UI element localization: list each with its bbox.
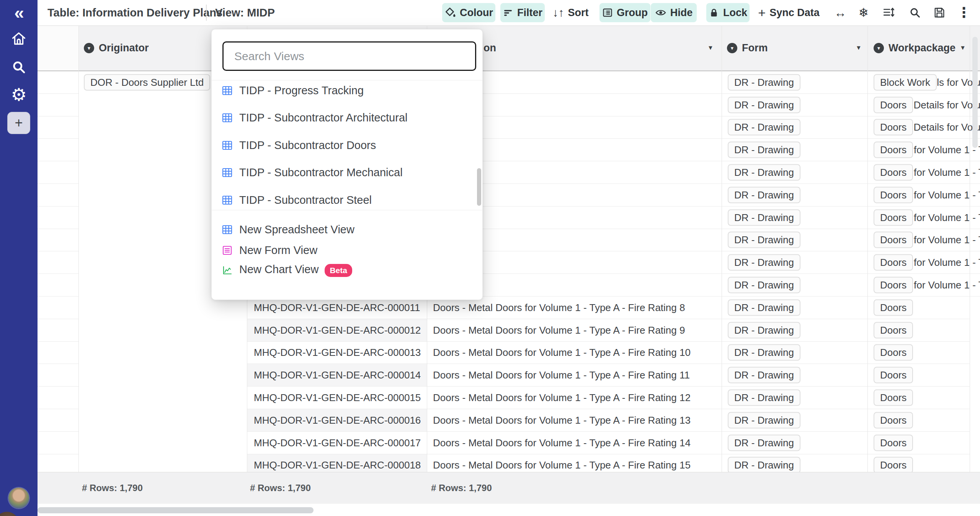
form-cell[interactable]: DR - Drawing xyxy=(722,387,867,409)
workpackage-chip[interactable]: Doors xyxy=(874,434,913,451)
form-chip[interactable]: DR - Drawing xyxy=(728,390,800,406)
form-chip[interactable]: DR - Drawing xyxy=(728,412,800,428)
row-gutter-cell[interactable] xyxy=(38,296,78,319)
workpackage-chip[interactable]: Doors xyxy=(874,322,913,338)
form-chip[interactable]: DR - Drawing xyxy=(728,209,800,226)
description-cell[interactable]: Doors - Metal Doors for Volume 1 - Type … xyxy=(427,364,722,387)
table-row[interactable]: al Doors for Volume 1 - Type A - Fire Ra… xyxy=(38,161,980,184)
workpackage-cell[interactable]: Doors xyxy=(867,319,970,342)
workpackage-cell[interactable]: Doors xyxy=(867,454,970,472)
table-row[interactable]: MHQ-DOR-V1-GEN-DE-ARC-000017Doors - Meta… xyxy=(38,432,980,454)
table-row[interactable]: MHQ-DOR-V1-GEN-DE-ARC-000011Doors - Meta… xyxy=(38,296,980,319)
document-id-cell[interactable]: MHQ-DOR-V1-GEN-DE-ARC-000015 xyxy=(247,387,427,409)
view-title[interactable]: View: MIDP xyxy=(215,0,275,25)
workpackage-chip[interactable]: Doors xyxy=(874,142,913,158)
workpackage-cell[interactable]: Doors xyxy=(867,184,970,206)
document-id-cell[interactable]: MHQ-DOR-V1-GEN-DE-ARC-000012 xyxy=(247,319,427,342)
workpackage-chip[interactable]: Doors xyxy=(874,209,913,226)
colour-button[interactable]: Colour xyxy=(442,3,495,22)
description-cell[interactable]: Doors - Metal Doors for Volume 1 - Type … xyxy=(427,432,722,454)
table-row[interactable]: al Doors for Volume 1 - Type A - Fire Ra… xyxy=(38,139,980,161)
table-row[interactable]: al Doors for Volume 1 - Type A - Fire Ra… xyxy=(38,206,980,229)
workpackage-cell[interactable]: Doors xyxy=(867,432,970,454)
view-list-item[interactable]: TIDP - Progress Tracking xyxy=(212,78,477,103)
description-cell[interactable]: Doors - Metal Doors for Volume 1 - Type … xyxy=(427,387,722,409)
form-chip[interactable]: DR - Drawing xyxy=(728,277,800,293)
form-chip[interactable]: DR - Drawing xyxy=(728,434,800,451)
workpackage-cell[interactable]: Doors xyxy=(867,94,970,116)
column-menu-caret[interactable]: ▼ xyxy=(707,25,714,70)
form-cell[interactable]: DR - Drawing xyxy=(722,161,867,184)
form-cell[interactable]: DR - Drawing xyxy=(722,71,867,94)
column-header-workpackage[interactable]: ▼ Workpackage xyxy=(874,25,956,70)
form-cell[interactable]: DR - Drawing xyxy=(722,116,867,139)
sync-data-button[interactable]: + Sync Data xyxy=(757,3,820,22)
search-views-input[interactable] xyxy=(222,41,476,71)
panel-scrollbar[interactable] xyxy=(477,168,481,206)
workpackage-chip[interactable]: Doors xyxy=(874,390,913,406)
form-cell[interactable]: DR - Drawing xyxy=(722,251,867,274)
description-cell[interactable]: Doors - Metal Doors for Volume 1 - Type … xyxy=(427,342,722,364)
lock-button[interactable]: Lock xyxy=(706,3,750,22)
table-row[interactable]: al Doors for Volume 1 - Type A - Fire Ra… xyxy=(38,274,980,296)
table-row[interactable]: MHQ-DOR-V1-GEN-DE-ARC-000013Doors - Meta… xyxy=(38,342,980,364)
workpackage-chip[interactable]: Doors xyxy=(874,299,913,316)
row-gutter-cell[interactable] xyxy=(38,342,78,364)
originator-cell[interactable] xyxy=(78,409,247,432)
document-id-cell[interactable]: MHQ-DOR-V1-GEN-DE-ARC-000017 xyxy=(247,432,427,454)
workpackage-cell[interactable]: Doors xyxy=(867,296,970,319)
row-gutter-cell[interactable] xyxy=(38,432,78,454)
form-cell[interactable]: DR - Drawing xyxy=(722,454,867,472)
form-chip[interactable]: DR - Drawing xyxy=(728,119,800,136)
workpackage-chip[interactable]: Doors xyxy=(874,412,913,428)
originator-chip[interactable]: DOR - Doors Supplier Ltd xyxy=(84,74,210,91)
vertical-scrollbar[interactable] xyxy=(972,37,978,148)
row-gutter-cell[interactable] xyxy=(38,387,78,409)
row-gutter-cell[interactable] xyxy=(38,454,78,472)
column-header-description[interactable]: on xyxy=(483,25,496,70)
form-chip[interactable]: DR - Drawing xyxy=(728,97,800,113)
table-row[interactable]: MHQ-DOR-V1-GEN-DE-ARC-000015Doors - Meta… xyxy=(38,387,980,409)
row-gutter-cell[interactable] xyxy=(38,229,78,252)
view-list-item[interactable]: TIDP - Subcontractor Steel xyxy=(212,187,477,213)
row-gutter-cell[interactable] xyxy=(38,251,78,274)
table-row[interactable]: r Typical Details for Volume 2DR - Drawi… xyxy=(38,94,980,116)
originator-cell[interactable] xyxy=(78,454,247,472)
form-chip[interactable]: DR - Drawing xyxy=(728,254,800,271)
kebab-menu-icon[interactable]: ⋮ xyxy=(956,3,972,22)
form-cell[interactable]: DR - Drawing xyxy=(722,409,867,432)
form-cell[interactable]: DR - Drawing xyxy=(722,184,867,206)
new-chart-view-item[interactable]: New Chart ViewBeta xyxy=(212,260,477,280)
row-gutter-cell[interactable] xyxy=(38,364,78,387)
row-gutter-cell[interactable] xyxy=(38,139,78,161)
view-list-item[interactable]: TIDP - Subcontractor Architectural xyxy=(212,105,477,131)
row-gutter-cell[interactable] xyxy=(38,71,78,94)
row-gutter-cell[interactable] xyxy=(38,206,78,229)
workpackage-chip[interactable]: Doors xyxy=(874,457,913,472)
row-gutter-cell[interactable] xyxy=(38,274,78,296)
resize-columns-icon[interactable]: ↔ xyxy=(832,3,849,22)
table-row[interactable]: r Typical Details for Volume 3DR - Drawi… xyxy=(38,116,980,139)
table-row[interactable]: al Doors for Volume 1 - Type A - Fire Ra… xyxy=(38,251,980,274)
save-icon[interactable] xyxy=(931,3,948,22)
row-gutter-cell[interactable] xyxy=(38,319,78,342)
workpackage-cell[interactable]: Doors xyxy=(867,364,970,387)
workpackage-chip[interactable]: Doors xyxy=(874,119,913,136)
search-sidebar-icon[interactable] xyxy=(0,57,38,77)
workpackage-cell[interactable]: Doors xyxy=(867,116,970,139)
group-button[interactable]: Group xyxy=(599,3,650,22)
form-cell[interactable]: DR - Drawing xyxy=(722,296,867,319)
form-cell[interactable]: DR - Drawing xyxy=(722,274,867,296)
workpackage-cell[interactable]: Doors xyxy=(867,206,970,229)
description-cell[interactable]: Doors - Metal Doors for Volume 1 - Type … xyxy=(427,319,722,342)
description-cell[interactable]: Doors - Metal Doors for Volume 1 - Type … xyxy=(427,454,722,472)
workpackage-cell[interactable]: Block Work xyxy=(867,71,970,94)
freeze-icon[interactable]: ❄ xyxy=(855,3,872,22)
form-chip[interactable]: DR - Drawing xyxy=(728,457,800,472)
column-header-originator[interactable]: ▼ Originator xyxy=(84,25,149,70)
form-cell[interactable]: DR - Drawing xyxy=(722,319,867,342)
table-title[interactable]: Table: Information Delivery Plans xyxy=(47,0,222,25)
workpackage-cell[interactable]: Doors xyxy=(867,274,970,296)
row-gutter-cell[interactable] xyxy=(38,161,78,184)
workpackage-chip[interactable]: Doors xyxy=(874,277,913,293)
